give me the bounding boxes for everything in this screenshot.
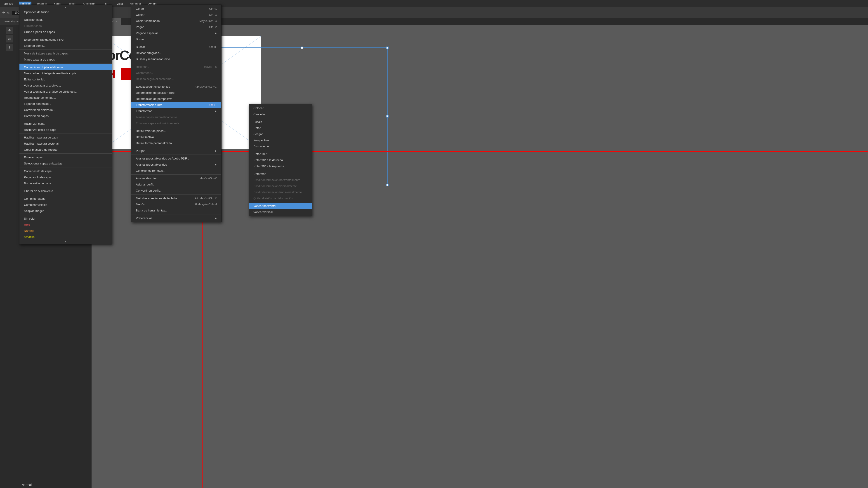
submenu-dividir-horizontal[interactable]: Dividir deformación horizontalmente [249,177,312,183]
menu-eliminar-capa[interactable]: Eliminar capa [20,23,112,29]
menu-combinar-capas[interactable]: Combinar capas [20,196,112,202]
menu-habilitar-vectorial[interactable]: Habilitar máscara vectorial [20,140,112,147]
submenu-dividir-transversal[interactable]: Dividir deformación transversalmente [249,189,312,195]
menu-crear-mascara-recorte[interactable]: Crear máscara de recorte [20,147,112,153]
menu-fusionar-capas[interactable]: Fusionar capas automáticamente... [131,120,221,126]
menu-definir-motivo[interactable]: Definir motivo... [131,134,221,140]
tool-marquee[interactable]: ▭ [6,35,13,42]
submenu-dividir-vertical[interactable]: Dividir deformación verticalmente [249,183,312,189]
edit-sep-4 [131,127,221,127]
scroll-arrow-down[interactable]: ▼ [20,240,112,243]
menu-convertir-objeto[interactable]: Convertir en objeto inteligente [20,64,112,70]
menu-convertir-enlazado[interactable]: Convertir en enlazado... [20,107,112,113]
menu-deformacion-perspectiva[interactable]: Deformación de perspectiva [131,96,221,102]
submenu-cancelar[interactable]: Cancelar [249,111,312,117]
menu-convertir-perfil[interactable]: Convertir en perfil... [131,188,221,194]
menu-alinear-capas[interactable]: Alinear capas automáticamente... [131,114,221,120]
menu-conexiones-remotas[interactable]: Conexiones remotas... [131,168,221,174]
menu-copiar[interactable]: Copiar Ctrl+C [131,12,221,18]
menu-liberar-aislamiento[interactable]: Liberar de Aislamiento [20,188,112,194]
menu-rojo[interactable]: Rojo [20,222,112,228]
menu-ajustes-color[interactable]: Ajustes de color... Mayús+Ctrl+K [131,175,221,182]
menu-volver-grafico[interactable]: Volver a enlazar al gráfico de bibliotec… [20,89,112,95]
scroll-arrow-up[interactable]: ▲ [20,6,112,9]
menu-grupo-capas[interactable]: Grupo a partir de capas... [20,29,112,35]
menu-deformacion-libre[interactable]: Deformación de posición libre [131,90,221,96]
menu-acoplar-imagen[interactable]: Acoplar imagen [20,208,112,214]
menu-relleno-contenido[interactable]: Relleno según el contenido... [131,76,221,82]
submenu-voltear-horizontal[interactable]: Voltear horizontal [249,203,312,209]
menu-pegado-especial[interactable]: Pegado especial ▶ [131,30,221,36]
menu-reemplazar-contenido[interactable]: Reemplazar contenido... [20,95,112,101]
edit-menu: Cortar Ctrl+X Copiar Ctrl+C Copiar combi… [131,4,221,222]
menu-rellenar[interactable]: Rellenar... Mayús+F5 [131,64,221,70]
submenu-rotar[interactable]: Rotar [249,125,312,131]
menu-marco-capas[interactable]: Marco a partir de capas... [20,57,112,63]
menu-enlazar-capas[interactable]: Enlazar capas [20,154,112,160]
submenu-rotar-180[interactable]: Rotar 180° [249,151,312,157]
menu-ajustes-pdf[interactable]: Ajustes preestablecidos de Adobe PDF... [131,156,221,162]
menu-asignar-perfil[interactable]: Asignar perfil... [131,182,221,188]
menu-buscar-reemplazar[interactable]: Buscar y reemplazar texto... [131,56,221,62]
menu-editar-contenido[interactable]: Editar contenido [20,76,112,83]
submenu-perspectiva[interactable]: Perspectiva [249,137,312,143]
menu-exportacion-rapida[interactable]: Exportación rápida como PNG [20,37,112,43]
menu-escala-contenido[interactable]: Escala según el contenido Alt+Mayús+Ctrl… [131,84,221,90]
menu-transformar[interactable]: Transformar ▶ [131,108,221,114]
submenu-deformar[interactable]: Deformar [249,171,312,177]
submenu-voltear-vertical[interactable]: Voltear vertical [249,209,312,215]
submenu-sesgar[interactable]: Sesgar [249,131,312,137]
menu-buscar[interactable]: Buscar Ctrl+F [131,44,221,50]
menu-nuevo-objeto-copia[interactable]: Nuevo objeto inteligente mediante copia [20,70,112,76]
menu-habilitar-mascara[interactable]: Habilitar máscara de capa [20,134,112,140]
tool-lasso[interactable]: ⌇ [6,44,13,51]
menu-seleccionar-enlazadas[interactable]: Seleccionar capas enlazadas [20,160,112,166]
menu-borrar-estilo[interactable]: Borrar estilo de capa [20,180,112,186]
menu-contornear[interactable]: Contornear... [131,70,221,76]
menu-preferencias[interactable]: Preferencias ▶ [131,215,221,221]
submenu-distorsionar[interactable]: Distorsionar [249,143,312,149]
menu-cortar[interactable]: Cortar Ctrl+X [131,6,221,12]
menu-exportar-como[interactable]: Exportar como... [20,43,112,49]
submenu-rotar-90-izquierda[interactable]: Rotar 90° a la izquierda [249,163,312,169]
edit-sep-6 [131,155,221,155]
menu-copiar-combinado[interactable]: Copiar combinado Mayús+Ctrl+C [131,18,221,24]
submenu-colocar[interactable]: Colocar [249,105,312,111]
submenu-quitar-division[interactable]: Quitar división de deformación [249,195,312,201]
menu-opciones-fusion[interactable]: Opciones de fusión... [20,9,112,15]
menu-definir-forma[interactable]: Definir forma personalizada... [131,140,221,146]
menu-convertir-capas[interactable]: Convertir en capas [20,113,112,119]
menu-amarillo[interactable]: Amarillo [20,234,112,240]
menu-copiar-estilo[interactable]: Copiar estilo de capa [20,168,112,174]
menu-barra-herramientas[interactable]: Barra de herramientas... [131,207,221,214]
menu-revisar-ortografia[interactable]: Revisar ortografía... [131,50,221,56]
transform-handle-middle-right[interactable] [386,115,389,118]
menu-menus[interactable]: Menús... Alt+Mayús+Ctrl+M [131,201,221,207]
menu-borrar[interactable]: Borrar [131,36,221,42]
submenu-escala[interactable]: Escala [249,119,312,125]
transform-handle-bottom-right[interactable] [386,184,389,186]
menu-rasterizar-estilo[interactable]: Rasterizar estilo de capa [20,127,112,133]
menu-sin-color[interactable]: Sin color [20,216,112,222]
menu-metodos-abreviados[interactable]: Métodos abreviados de teclado... Alt+May… [131,195,221,201]
menu-vista[interactable]: Vista [115,2,124,6]
menu-pegar[interactable]: Pegar Ctrl+V [131,24,221,30]
menu-naranja[interactable]: Naranja [20,228,112,234]
menu-definir-pincel[interactable]: Definir valor de pincel... [131,128,221,134]
menu-rasterizar-capa[interactable]: Rasterizar capa [20,121,112,127]
menu-pegar-estilo[interactable]: Pegar estilo de capa [20,174,112,180]
menu-mesa-trabajo[interactable]: Mesa de trabajo a partir de capas... [20,51,112,57]
transform-handle-top-right[interactable] [386,46,389,49]
tool-move[interactable]: ✛ [6,27,13,34]
menu-purgar[interactable]: Purgar ▶ [131,148,221,154]
menu-ajustes-preestablecidos[interactable]: Ajustes preestablecidos ▶ [131,162,221,168]
submenu-rotar-90-derecha[interactable]: Rotar 90° a la derecha [249,157,312,163]
menu-duplicar-capa[interactable]: Duplicar capa... [20,17,112,23]
menu-transformacion-libre[interactable]: Transformación libre Ctrl+T [131,102,221,108]
menu-volver-archivo[interactable]: Volver a enlazar al archivo... [20,83,112,89]
transform-handle-top-center[interactable] [301,46,303,49]
tab-2-close[interactable]: ✕ [116,20,118,23]
menu-archivo[interactable]: archivo [2,2,14,6]
menu-exportar-contenido[interactable]: Exportar contenido... [20,101,112,107]
menu-combinar-visibles[interactable]: Combinar visibles [20,202,112,208]
